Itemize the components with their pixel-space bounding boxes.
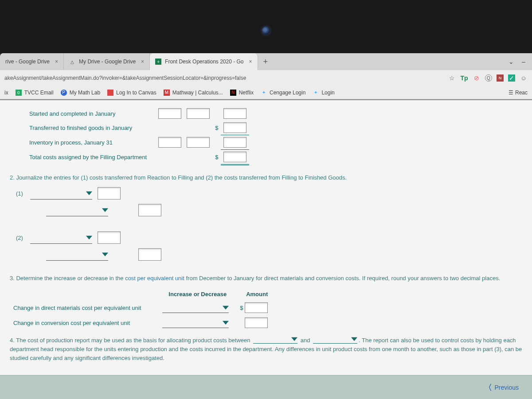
col-header-incdec: Increase or Decrease (159, 288, 236, 300)
mathway-icon: M (164, 90, 170, 96)
chevron-down-icon[interactable]: ⌄ (507, 58, 515, 66)
row-label: Started and completed in January (27, 106, 156, 121)
url-text[interactable]: akeAssignment/takeAssignmentMain.do?invo… (4, 75, 443, 81)
bookmark-label: TVCC Email (24, 90, 54, 96)
star-icon[interactable]: ☆ (448, 74, 456, 82)
journal-entry-2-debit: (2) (16, 231, 522, 244)
question-4-text: 4. The cost of production report may be … (10, 335, 522, 363)
sheets-icon: + (155, 59, 161, 65)
bookmark-tvcc-email[interactable]: o TVCC Email (16, 90, 54, 96)
tab-label: rive - Google Drive (5, 59, 50, 65)
bookmark-login[interactable]: ✦ Login (313, 90, 334, 96)
bookmark-my-math-lab[interactable]: P My Math Lab (61, 90, 100, 96)
incdec-dropdown[interactable] (162, 302, 229, 313)
dm-amount-input[interactable] (245, 302, 268, 313)
cc-amount-input[interactable] (245, 317, 268, 328)
account-dropdown[interactable] (30, 187, 92, 200)
new-tab-button[interactable]: + (258, 57, 274, 66)
account-dropdown[interactable] (46, 204, 108, 216)
chevron-down-icon (102, 251, 108, 258)
started-col1-input[interactable] (158, 108, 181, 119)
total-costs-input[interactable] (223, 152, 246, 162)
chevron-down-icon (86, 190, 92, 196)
tab-front-desk[interactable]: + Front Desk Operations 2020 - Go × (150, 53, 258, 70)
entry-label: (1) (16, 190, 25, 197)
row-label: Transferred to finished goods in January (27, 121, 156, 135)
chevron-down-icon (351, 336, 357, 342)
tab-google-drive-1[interactable]: rive - Google Drive × (0, 53, 64, 70)
window-controls: ⌄ – (507, 58, 532, 66)
credit-amount-input[interactable] (138, 204, 161, 216)
profile-icon[interactable]: ☺ (520, 74, 528, 82)
dollar-sign: $ (212, 150, 221, 165)
tp-icon[interactable]: Tp (460, 74, 468, 82)
account-dropdown[interactable] (46, 248, 108, 261)
started-col2-input[interactable] (187, 108, 210, 119)
netflix-icon: N (230, 90, 236, 96)
cengage-icon: ✦ (261, 90, 267, 96)
close-icon[interactable]: × (249, 59, 252, 65)
dollar-sign: $ (212, 121, 221, 135)
journal-entry-1-credit (16, 204, 522, 216)
svg-marker-4 (223, 305, 229, 309)
glossary-link[interactable]: cost per equivalent unit (125, 275, 184, 282)
blank-dropdown-2[interactable] (313, 335, 357, 344)
reading-list-button[interactable]: ☰ Reac (509, 90, 528, 96)
bookmark-cengage[interactable]: ✦ Cengage Login (261, 90, 305, 96)
url-actions: ☆ Tp ⊘ Q N ✓ ☺ (448, 74, 528, 82)
previous-button[interactable]: 〈 Previous (484, 382, 519, 393)
cost-assignment-table: Started and completed in January Transfe… (27, 106, 249, 165)
q-icon[interactable]: Q (485, 74, 492, 82)
list-icon: ☰ (509, 90, 513, 96)
device-bezel (0, 0, 532, 53)
footer-bar: 〈 Previous (0, 375, 532, 399)
bookmark-label: Mathway | Calculus... (172, 90, 223, 96)
question-3-text: 3. Determine the increase or decrease in… (10, 274, 522, 283)
table-row: Started and completed in January (27, 106, 249, 121)
increase-decrease-table: Increase or Decrease Amount Change in di… (10, 288, 278, 330)
browser-chrome: rive - Google Drive × △ My Drive - Googl… (0, 53, 532, 99)
chevron-down-icon (223, 320, 229, 326)
outlook-icon: o (16, 90, 22, 96)
camera-indicator (262, 27, 270, 35)
previous-label: Previous (495, 384, 519, 391)
transferred-total-input[interactable] (223, 122, 246, 133)
check-icon[interactable]: ✓ (508, 74, 515, 82)
inventory-total-input[interactable] (223, 137, 246, 148)
svg-marker-3 (102, 252, 108, 256)
chevron-down-icon (291, 336, 297, 342)
bookmark-netflix[interactable]: N Netflix (230, 90, 254, 96)
inventory-col2-input[interactable] (187, 137, 210, 148)
close-icon[interactable]: × (55, 59, 58, 65)
row-label: Total costs assigned by the Filling Depa… (27, 150, 156, 165)
pearson-icon: P (61, 90, 67, 96)
entry-label: (2) (16, 235, 25, 241)
col-header-amount: Amount (236, 288, 278, 300)
n-icon[interactable]: N (497, 74, 504, 82)
chevron-down-icon (223, 305, 229, 311)
bookmark-canvas[interactable]: Log In to Canvas (107, 90, 156, 96)
inventory-col1-input[interactable] (158, 137, 181, 148)
question-2-heading: 2. Journalize the entries for (1) costs … (10, 174, 522, 181)
tab-bar: rive - Google Drive × △ My Drive - Googl… (0, 53, 532, 70)
svg-marker-7 (351, 337, 357, 340)
debit-amount-input[interactable] (98, 187, 121, 200)
block-icon[interactable]: ⊘ (473, 74, 481, 82)
dollar-sign: $ (240, 305, 243, 311)
minimize-icon[interactable]: – (520, 58, 528, 66)
chevron-left-icon: 〈 (484, 382, 492, 393)
started-total-input[interactable] (223, 108, 246, 119)
credit-amount-input[interactable] (138, 248, 161, 261)
bookmark-mathway[interactable]: M Mathway | Calculus... (164, 90, 223, 96)
table-row: Transferred to finished goods in January… (27, 121, 249, 135)
svg-marker-0 (86, 191, 92, 195)
svg-marker-6 (291, 337, 297, 340)
journal-entry-2-credit (16, 248, 522, 261)
blank-dropdown-1[interactable] (253, 335, 297, 344)
close-icon[interactable]: × (141, 59, 144, 65)
account-dropdown[interactable] (30, 231, 92, 244)
tab-google-drive-2[interactable]: △ My Drive - Google Drive × (64, 53, 150, 70)
debit-amount-input[interactable] (98, 231, 121, 244)
bookmark-ix[interactable]: ix (4, 90, 8, 96)
incdec-dropdown[interactable] (162, 317, 229, 328)
